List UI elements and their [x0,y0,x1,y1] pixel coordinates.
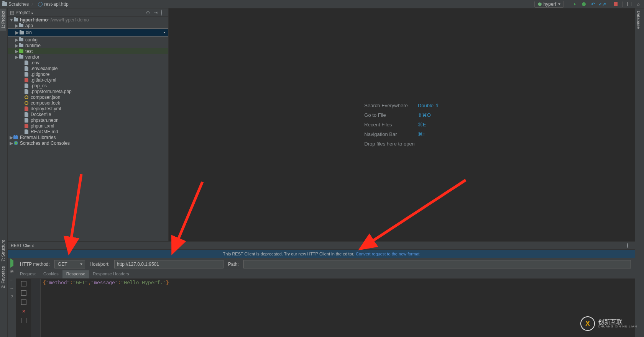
tree-label: runtime [25,43,41,48]
project-view-selector[interactable]: ▤ Project [10,10,33,15]
collapse-all-button[interactable]: ⇥ [154,10,158,15]
run-config-selector[interactable]: ⬢ hyperf [534,1,564,8]
rest-tab[interactable]: Response [62,270,89,278]
separator [609,2,609,7]
file-icon [24,118,29,123]
file-icon [18,23,24,28]
tree-row[interactable]: ▶vendor [8,54,168,60]
settings-button[interactable] [161,10,162,15]
tool-tab-project[interactable]: 1: Project [0,8,6,31]
tree-row[interactable]: phpunit.xml [8,123,168,129]
tree-twistie-icon: ▶ [15,54,18,60]
resp-tool-2[interactable] [21,290,26,296]
rest-tab[interactable]: Cookies [39,270,62,278]
tree-row[interactable]: Dockerfile [8,111,168,117]
rest-action-help[interactable]: ? [11,294,13,299]
rest-action-2[interactable]: ❀ [10,269,14,274]
stop-button[interactable] [613,2,618,7]
response-gutter [31,279,41,337]
breadcrumb-file-label: rest-api.http [44,2,68,7]
search-everywhere-button[interactable]: ⌕ [636,2,641,7]
tree-row[interactable]: ▶test [8,48,168,54]
breadcrumb-file[interactable]: rest-api.http [38,2,68,7]
resp-tool-3[interactable] [21,299,26,305]
file-icon [18,49,24,54]
tree-row[interactable]: ▶app [8,23,168,28]
tree-label: .env.example [31,66,58,71]
layout-button[interactable] [626,2,632,7]
tree-row[interactable]: .gitignore [8,71,168,77]
watermark-sub: CHUANG XIN HU LIAN [598,325,637,328]
rest-tab[interactable]: Request [16,270,39,278]
shortcut-hints: Search EverywhereDouble ⇧Go to File⇧⌘ORe… [364,103,439,147]
host-label: Host/port: [90,262,110,267]
debug-button[interactable] [581,2,586,7]
path-input[interactable] [243,260,631,268]
banner-link[interactable]: Convert request to the new format [356,252,419,256]
submit-request-button[interactable] [10,260,13,266]
tool-tab-structure[interactable]: 7: Structure [0,237,6,264]
tree-row[interactable]: ▶Scratches and Consoles [8,140,168,146]
tree-label: config [25,37,38,43]
tree-row[interactable]: ▶bin [8,28,168,37]
host-input[interactable] [114,260,223,268]
tree-label: app [25,23,33,28]
tree-label: phpunit.xml [31,123,54,129]
tree-row[interactable]: ▶External Libraries [8,134,168,140]
file-icon [24,72,29,77]
vcs-update-button[interactable]: ↶ [590,2,596,7]
rest-action-back[interactable]: ← [10,277,14,283]
tree-label: .gitignore [31,72,49,77]
right-tool-stripe: Database [635,8,644,337]
left-tool-stripe: 1: Project 7: Structure 2: Favorites [0,8,8,337]
tree-row[interactable]: deploy.test.yml [8,106,168,111]
response-toolbar: ✕ [16,279,31,337]
tree-row[interactable]: composer.json [8,94,168,100]
file-icon [24,123,29,129]
tree-twistie-icon: ▶ [15,23,18,28]
tree-label: Dockerfile [31,112,51,117]
tree-row[interactable]: .php_cs [8,83,168,88]
resp-tool-close[interactable]: ✕ [22,309,26,314]
hint-shortcut: Double ⇧ [418,103,439,108]
tool-tab-favorites[interactable]: 2: Favorites [0,264,6,290]
tree-label: bin [26,30,32,35]
editor-empty-state[interactable]: Search EverywhereDouble ⇧Go to File⇧⌘ORe… [169,8,635,241]
banner-text: This REST Client is deprecated. Try our … [223,252,355,256]
tree-twistie-icon: ▶ [15,37,18,43]
tree-row[interactable]: .phpstorm.meta.php [8,88,168,94]
locate-button[interactable]: ⊙ [146,10,150,15]
tree-row[interactable]: composer.lock [8,100,168,106]
tree-label: phpstan.neon [31,118,59,123]
file-icon [13,141,18,146]
rest-client-panel: REST Client This REST Client is deprecat… [8,241,635,337]
run-config-label: hyperf [544,2,556,7]
http-method-select[interactable]: GET [54,260,85,268]
breadcrumb[interactable]: Scratches 〉 rest-api.http [0,1,69,7]
tree-row[interactable]: ▶runtime [8,43,168,48]
vcs-commit-button[interactable]: ✓↗ [600,2,605,7]
tree-twistie-icon: ▶ [9,135,13,140]
tree-row[interactable]: README.md [8,129,168,134]
tree-row[interactable]: .gitlab-ci.yml [8,77,168,83]
tree-row[interactable]: ▼hyperf-demo ~/www/hyperf-demo [8,17,168,23]
tree-row[interactable]: .env [8,60,168,65]
breadcrumb-root[interactable]: Scratches [2,2,29,7]
tree-row[interactable]: .env.example [8,65,168,71]
gear-icon [161,10,162,16]
tree-row[interactable]: ▶config [8,37,168,43]
resp-tool-1[interactable] [21,281,26,286]
response-body[interactable]: {"method":"GET","message":"Hello Hyperf.… [41,279,171,337]
rest-action-fwd[interactable]: → [10,286,14,291]
run-button[interactable] [572,2,577,7]
breadcrumb-root-label: Scratches [8,2,29,7]
tree-label: Scratches and Consoles [20,141,70,146]
tree-row[interactable]: phpstan.neon [8,117,168,123]
tree-label: composer.json [31,95,60,100]
rest-settings-button[interactable] [627,243,628,248]
folder-icon [2,2,7,6]
resp-tool-5[interactable] [21,318,26,323]
rest-tab[interactable]: Response Headers [89,270,133,278]
tool-tab-database[interactable]: Database [635,8,642,31]
separator [568,2,568,7]
